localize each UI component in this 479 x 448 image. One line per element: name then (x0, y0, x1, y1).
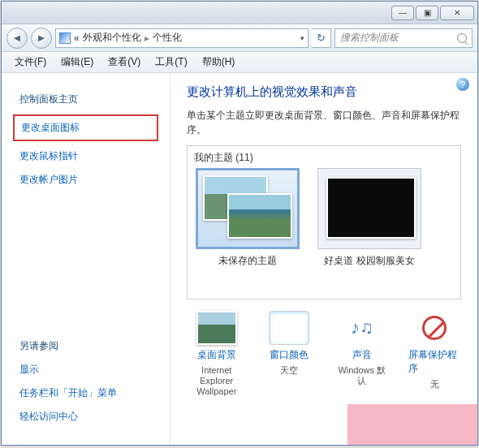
themes-panel: 我的主题 (11) 未保存的主题 好桌道 校园制服美女 (187, 145, 461, 299)
settings-row: 桌面背景 Internet Explorer Wallpaper 窗口颜色 天空… (187, 311, 461, 398)
menu-help[interactable]: 帮助(H) (196, 53, 242, 71)
sounds-setting[interactable]: ♪♫ 声音 Windows 默认 (335, 311, 389, 398)
see-also-section: 另请参阅 显示 任务栏和「开始」菜单 轻松访问中心 (2, 334, 170, 445)
see-also-header: 另请参阅 (2, 334, 170, 358)
forward-button[interactable]: ► (31, 28, 52, 49)
close-button[interactable]: ✕ (440, 6, 474, 20)
setting-value: 天空 (280, 365, 298, 376)
menu-view[interactable]: 查看(V) (101, 53, 147, 71)
setting-label: 屏幕保护程序 (408, 348, 462, 376)
change-account-picture-link[interactable]: 更改帐户图片 (2, 168, 170, 192)
chevron-right-icon: ▸ (145, 32, 149, 44)
help-icon[interactable]: ? (456, 78, 469, 91)
change-desktop-icons-link[interactable]: 更改桌面图标 (13, 114, 158, 141)
back-button[interactable]: ◄ (6, 28, 28, 49)
window-titlebar: — ▣ ✕ (2, 2, 477, 24)
taskbar-start-link[interactable]: 任务栏和「开始」菜单 (2, 381, 170, 405)
theme-item-2[interactable]: 好桌道 校园制服美女 (316, 168, 423, 268)
menu-bar: 文件(F) 编辑(E) 查看(V) 工具(T) 帮助(H) (2, 52, 477, 73)
theme-item-unsaved[interactable]: 未保存的主题 (194, 168, 301, 268)
theme-name-label: 未保存的主题 (218, 254, 277, 268)
setting-value: 无 (430, 379, 439, 390)
page-title: 更改计算机上的视觉效果和声音 (187, 84, 461, 100)
wallpaper-icon (196, 311, 237, 345)
setting-label: 窗口颜色 (270, 348, 309, 362)
menu-file[interactable]: 文件(F) (8, 53, 53, 71)
navigation-bar: ◄ ► « 外观和个性化 ▸ 个性化 ▾ ↻ 搜索控制面板 (2, 24, 477, 52)
menu-tools[interactable]: 工具(T) (149, 53, 193, 71)
overlay-annotation (347, 404, 477, 445)
control-panel-home-link[interactable]: 控制面板主页 (2, 88, 170, 111)
control-panel-icon (59, 32, 71, 44)
menu-edit[interactable]: 编辑(E) (54, 53, 100, 71)
color-icon (269, 311, 309, 345)
search-placeholder: 搜索控制面板 (340, 31, 399, 45)
content-pane: ? 更改计算机上的视觉效果和声音 单击某个主题立即更改桌面背景、窗口颜色、声音和… (170, 73, 477, 445)
minimize-button[interactable]: — (391, 6, 414, 20)
screensaver-icon (414, 311, 455, 345)
address-bar[interactable]: « 外观和个性化 ▸ 个性化 ▾ (55, 28, 309, 48)
setting-value: Internet Explorer Wallpaper (190, 365, 244, 398)
display-link[interactable]: 显示 (2, 358, 170, 381)
ease-of-access-link[interactable]: 轻松访问中心 (2, 405, 170, 429)
theme-thumbnail (196, 168, 300, 249)
setting-label: 声音 (352, 348, 372, 362)
screensaver-setting[interactable]: 屏幕保护程序 无 (408, 311, 462, 398)
sound-icon: ♪♫ (342, 311, 382, 345)
window-color-setting[interactable]: 窗口颜色 天空 (263, 311, 317, 398)
search-input[interactable]: 搜索控制面板 (334, 28, 473, 48)
setting-value: Windows 默认 (335, 365, 389, 386)
breadcrumb-appearance[interactable]: 外观和个性化 (83, 31, 141, 45)
breadcrumb-personalization[interactable]: 个性化 (153, 31, 182, 45)
address-dropdown-icon[interactable]: ▾ (300, 34, 304, 42)
change-mouse-pointers-link[interactable]: 更改鼠标指针 (2, 144, 170, 168)
wallpaper-preview-icon (326, 177, 416, 239)
search-icon (457, 33, 467, 43)
page-description: 单击某个主题立即更改桌面背景、窗口颜色、声音和屏幕保护程序。 (187, 108, 461, 137)
theme-name-label: 好桌道 校园制服美女 (324, 254, 414, 268)
desktop-background-setting[interactable]: 桌面背景 Internet Explorer Wallpaper (190, 311, 244, 398)
maximize-button[interactable]: ▣ (416, 6, 438, 20)
breadcrumb-chevron: « (74, 32, 80, 44)
wallpaper-preview-icon (227, 193, 292, 239)
setting-label: 桌面背景 (197, 348, 236, 362)
sidebar: 控制面板主页 更改桌面图标 更改鼠标指针 更改帐户图片 另请参阅 显示 任务栏和… (2, 73, 170, 445)
my-themes-label: 我的主题 (11) (194, 151, 454, 165)
theme-thumbnail (317, 168, 421, 249)
refresh-button[interactable]: ↻ (312, 28, 331, 48)
